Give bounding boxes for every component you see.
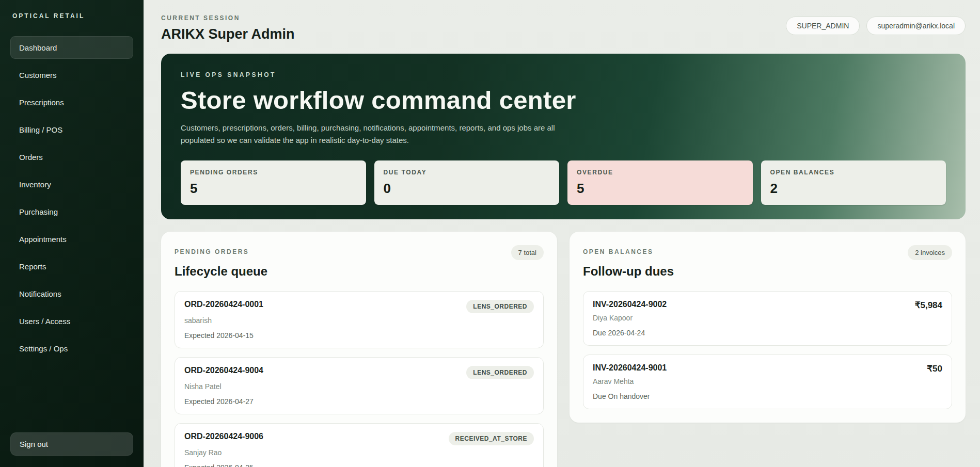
invoice-card-top: INV-20260424-9002 ₹5,984 (593, 300, 942, 311)
panel-title: Lifecycle queue (175, 264, 544, 279)
stat-label: PENDING ORDERS (190, 169, 357, 176)
sidebar-item-orders[interactable]: Orders (10, 146, 133, 168)
invoice-id: INV-20260424-9002 (593, 300, 667, 309)
session-label: CURRENT SESSION (161, 14, 295, 22)
sidebar: OPTICAL RETAIL Dashboard Customers Presc… (0, 0, 144, 467)
dashboard-panels: PENDING ORDERS 7 total Lifecycle queue O… (161, 232, 966, 467)
orders-count-badge: 7 total (511, 245, 544, 260)
panel-title: Follow-up dues (583, 264, 952, 279)
order-expected-date: Expected 2026-04-25 (184, 463, 534, 467)
stat-value: 2 (770, 181, 937, 197)
sidebar-item-dashboard[interactable]: Dashboard (10, 36, 133, 59)
invoice-due-date: Due 2026-04-24 (593, 329, 942, 337)
invoice-list-item: INV-20260424-9001 ₹50 Aarav Mehta Due On… (583, 355, 952, 409)
user-badges: SUPER_ADMIN superadmin@arikx.local (786, 17, 966, 35)
panel-eyebrow: PENDING ORDERS (175, 245, 249, 255)
page-title: ARIKX Super Admin (161, 26, 295, 42)
order-status-badge: LENS_ORDERED (466, 366, 534, 379)
order-status-badge: LENS_ORDERED (466, 300, 534, 313)
invoices-count-badge: 2 invoices (908, 245, 952, 260)
live-ops-snapshot-card: LIVE OPS SNAPSHOT Store workflow command… (161, 54, 966, 219)
sidebar-item-label: Settings / Ops (19, 344, 68, 353)
order-list-item: ORD-20260424-9004 LENS_ORDERED Nisha Pat… (175, 357, 544, 414)
sidebar-item-label: Customers (19, 71, 57, 79)
stat-value: 5 (190, 181, 357, 197)
invoice-customer-name: Diya Kapoor (593, 314, 942, 322)
sidebar-item-appointments[interactable]: Appointments (10, 228, 133, 250)
sign-out-button[interactable]: Sign out (10, 432, 133, 456)
sidebar-item-label: Inventory (19, 180, 51, 189)
panel-header: OPEN BALANCES 2 invoices (583, 245, 952, 260)
order-card-top: ORD-20260424-9004 LENS_ORDERED (184, 366, 534, 379)
sidebar-item-users-access[interactable]: Users / Access (10, 310, 133, 332)
hero-eyebrow: LIVE OPS SNAPSHOT (181, 71, 946, 78)
sidebar-item-notifications[interactable]: Notifications (10, 282, 133, 305)
stat-label: OPEN BALANCES (770, 169, 937, 176)
order-expected-date: Expected 2026-04-27 (184, 397, 534, 406)
invoice-card-top: INV-20260424-9001 ₹50 (593, 363, 942, 374)
sidebar-item-inventory[interactable]: Inventory (10, 173, 133, 196)
main-content: CURRENT SESSION ARIKX Super Admin SUPER_… (144, 0, 980, 467)
sidebar-item-label: Users / Access (19, 317, 70, 326)
order-status-badge: RECEIVED_AT_STORE (449, 432, 534, 445)
sidebar-item-label: Purchasing (19, 207, 58, 216)
sidebar-item-label: Billing / POS (19, 125, 62, 134)
order-card-top: ORD-20260424-9006 RECEIVED_AT_STORE (184, 432, 534, 445)
panel-header: PENDING ORDERS 7 total (175, 245, 544, 260)
sidebar-nav: Dashboard Customers Prescriptions Billin… (10, 36, 133, 360)
invoice-id: INV-20260424-9001 (593, 363, 667, 373)
open-balances-panel: OPEN BALANCES 2 invoices Follow-up dues … (570, 232, 966, 423)
sidebar-item-label: Dashboard (19, 43, 57, 52)
hero-title: Store workflow command center (181, 86, 946, 115)
stat-value: 0 (384, 181, 550, 197)
sidebar-item-label: Orders (19, 153, 43, 162)
sidebar-item-label: Notifications (19, 289, 61, 298)
order-id: ORD-20260424-9006 (184, 432, 263, 441)
stat-label: DUE TODAY (384, 169, 550, 176)
stat-label: OVERDUE (577, 169, 744, 176)
order-list-item: ORD-20260424-0001 LENS_ORDERED sabarish … (175, 291, 544, 348)
top-bar: CURRENT SESSION ARIKX Super Admin SUPER_… (161, 14, 966, 42)
order-customer-name: Nisha Patel (184, 382, 534, 391)
hero-description: Customers, prescriptions, orders, billin… (181, 122, 560, 147)
order-id: ORD-20260424-9004 (184, 366, 263, 375)
sidebar-item-settings-ops[interactable]: Settings / Ops (10, 337, 133, 360)
sidebar-item-purchasing[interactable]: Purchasing (10, 200, 133, 223)
invoice-amount: ₹5,984 (915, 300, 942, 311)
sidebar-item-label: Reports (19, 262, 46, 271)
sidebar-item-customers[interactable]: Customers (10, 63, 133, 86)
sidebar-item-label: Appointments (19, 235, 67, 244)
sidebar-item-reports[interactable]: Reports (10, 255, 133, 278)
stat-card-pending-orders: PENDING ORDERS 5 (181, 160, 366, 205)
order-expected-date: Expected 2026-04-15 (184, 331, 534, 340)
invoice-due-date: Due On handover (593, 392, 942, 400)
sidebar-item-label: Prescriptions (19, 98, 64, 107)
order-list-item: ORD-20260424-9006 RECEIVED_AT_STORE Sanj… (175, 423, 544, 467)
stat-card-due-today: DUE TODAY 0 (374, 160, 560, 205)
sidebar-item-prescriptions[interactable]: Prescriptions (10, 91, 133, 114)
invoice-list-item: INV-20260424-9002 ₹5,984 Diya Kapoor Due… (583, 291, 952, 346)
email-badge: superadmin@arikx.local (866, 17, 966, 35)
order-card-top: ORD-20260424-0001 LENS_ORDERED (184, 300, 534, 313)
stat-value: 5 (577, 181, 744, 197)
session-header: CURRENT SESSION ARIKX Super Admin (161, 14, 295, 42)
stat-card-open-balances: OPEN BALANCES 2 (761, 160, 946, 205)
invoice-customer-name: Aarav Mehta (593, 377, 942, 385)
stat-card-overdue: OVERDUE 5 (567, 160, 753, 205)
order-customer-name: Sanjay Rao (184, 448, 534, 457)
pending-orders-panel: PENDING ORDERS 7 total Lifecycle queue O… (161, 232, 557, 467)
sidebar-item-billing-pos[interactable]: Billing / POS (10, 118, 133, 141)
order-id: ORD-20260424-0001 (184, 300, 263, 309)
orders-list: ORD-20260424-0001 LENS_ORDERED sabarish … (175, 291, 544, 467)
role-badge: SUPER_ADMIN (786, 17, 860, 35)
stat-cards-row: PENDING ORDERS 5 DUE TODAY 0 OVERDUE 5 O… (181, 160, 946, 205)
panel-eyebrow: OPEN BALANCES (583, 245, 654, 255)
invoice-amount: ₹50 (927, 363, 942, 374)
order-customer-name: sabarish (184, 316, 534, 325)
balances-list: INV-20260424-9002 ₹5,984 Diya Kapoor Due… (583, 291, 952, 409)
brand: OPTICAL RETAIL (12, 12, 131, 20)
